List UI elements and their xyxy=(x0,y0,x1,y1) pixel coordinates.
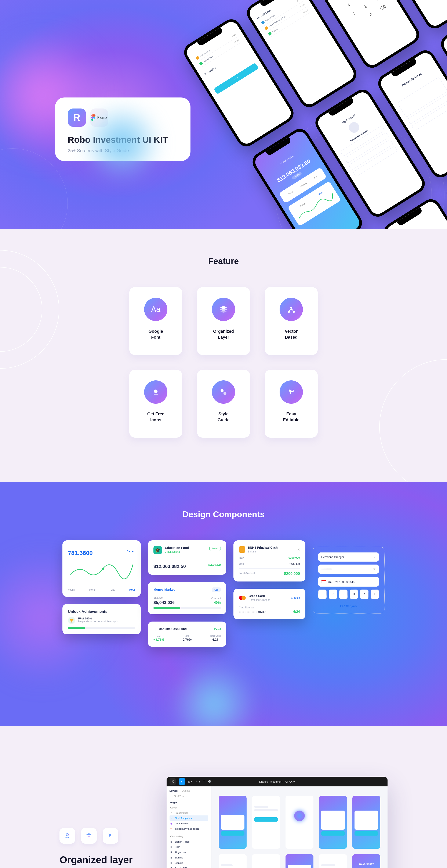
stat-value: 0.76% xyxy=(183,638,192,641)
layer-item[interactable]: Sign up xyxy=(175,862,183,864)
layer-item[interactable]: Typography and colors xyxy=(175,828,199,830)
total-value: $200,000 xyxy=(284,571,300,576)
layer-item[interactable]: Cover xyxy=(170,805,208,810)
principal-card: BNI46 Principal CashSaham✕ Nav$200,000 U… xyxy=(234,540,305,582)
chart-card: 781.3600Saham YearlyMonthDayHour xyxy=(62,540,141,597)
figma-label: Figma xyxy=(97,116,107,120)
credit-card-card: Credit CardHermione GrangerChange Card N… xyxy=(234,589,305,619)
money-market-card: Money MarketSell Balance$5,043,036Contra… xyxy=(148,582,226,614)
layer-item[interactable]: Sign in (Filled) xyxy=(175,840,191,843)
feature-card: OrganizedLayer xyxy=(197,287,250,355)
assets-tab[interactable]: Assets xyxy=(182,789,190,792)
layer-item[interactable]: Components xyxy=(175,822,188,825)
manulife-card: |||Manulife Cash FundDetail 1M+3.76%2M0.… xyxy=(148,622,226,647)
hero-card: R Figma Robo Investment UI KIT 25+ Scree… xyxy=(55,97,191,161)
trophy-icon: 🏆 xyxy=(68,617,75,624)
hero-section: R Figma Robo Investment UI KIT 25+ Scree… xyxy=(0,0,447,229)
doc-title[interactable]: Drafts / Investment – UI KX ▾ xyxy=(259,780,295,783)
svg-rect-5 xyxy=(221,389,224,392)
avatar-icon xyxy=(347,120,361,135)
layer-item[interactable]: Onboarding xyxy=(170,834,208,839)
design-title: Design Components xyxy=(0,510,447,519)
frame-tool-icon[interactable]: ⊞ ▾ xyxy=(188,780,193,783)
layer-item[interactable]: Sign up xyxy=(175,856,183,859)
password-input[interactable]: •••••••••••👁 xyxy=(318,564,379,574)
pen-tool-icon[interactable]: ✎ ▾ xyxy=(196,780,200,783)
fund-gain: $3,082.0 xyxy=(208,563,221,566)
style-icon xyxy=(212,380,235,404)
decor-circle xyxy=(0,148,68,229)
figma-logo-icon[interactable]: ⌘ xyxy=(170,778,176,785)
keypad[interactable]: 123456789.0⌫ xyxy=(330,0,397,35)
fee-label: Fee:$93,425 xyxy=(318,604,379,608)
figma-layers-panel: LayersAssets … › Final Temp… Pages Cover… xyxy=(167,786,211,868)
svg-point-2 xyxy=(293,311,295,313)
change-link[interactable]: Change xyxy=(291,596,300,599)
move-tool-icon[interactable]: ▸ xyxy=(179,778,185,785)
layers-icon xyxy=(81,828,97,844)
sparkline-icon xyxy=(68,559,135,583)
chart-tag: Saham xyxy=(127,550,135,553)
artboard[interactable]: 123456789.0⌫ xyxy=(252,854,280,868)
flag-icon xyxy=(321,580,326,583)
layers-list: Pages Cover ✓Presentation ✓Final Templat… xyxy=(170,800,208,868)
fund-icon: ||| xyxy=(153,627,157,631)
detail-button[interactable]: Detail xyxy=(209,546,221,551)
mm-contract: 40% xyxy=(211,601,221,604)
artboard[interactable] xyxy=(285,854,313,868)
layer-item[interactable]: OTP xyxy=(175,846,180,848)
name-input[interactable]: Hermione Granger✓ xyxy=(318,553,379,562)
layer-item[interactable]: Fingerprint xyxy=(175,851,186,854)
artboard[interactable] xyxy=(285,796,313,849)
artboard[interactable] xyxy=(219,796,247,849)
close-icon[interactable]: ✕ xyxy=(297,548,300,552)
check-icon: ✓ xyxy=(374,555,376,559)
feature-card: AaGoogleFont xyxy=(129,287,182,355)
education-fund-card: 🎓Education Fund3 ReksadanaDetail $12,063… xyxy=(148,540,226,575)
otp-input[interactable]: 572071 xyxy=(318,590,379,599)
stat-value: +3.76% xyxy=(153,638,164,641)
artboard[interactable]: $12,063,082.50 xyxy=(352,854,380,868)
figma-toolbar: ⌘ ▸ ⊞ ▾ ✎ ▾ T 💬 Drafts / Investment – UI… xyxy=(167,777,387,786)
phone-input[interactable]: +62 821 123 03 1143 xyxy=(318,577,379,587)
organized-title: Organized layereasy to edit xyxy=(60,854,133,868)
breadcrumb[interactable]: … › Final Temp… xyxy=(170,795,208,798)
fund-icon: 🎓 xyxy=(153,546,162,554)
feature-card: EasyEditable xyxy=(265,370,318,438)
stat-value: 4.27 xyxy=(210,638,221,641)
eye-icon[interactable]: 👁 xyxy=(373,567,376,571)
segment-control[interactable]: YearlyMonthDayHour xyxy=(68,588,135,591)
layers-tab[interactable]: Layers xyxy=(170,789,178,792)
svg-point-7 xyxy=(102,568,104,570)
detail-link[interactable]: Detail xyxy=(214,628,221,631)
cursor-icon xyxy=(280,380,303,404)
vector-icon xyxy=(280,298,303,321)
organized-section: Organized layereasy to edit ⌘ ▸ ⊞ ▾ ✎ ▾ … xyxy=(0,726,447,868)
hero-subtitle: 25+ Screens with Style Guide xyxy=(68,148,178,153)
layer-item[interactable]: Create PIN xyxy=(175,867,187,868)
artboard[interactable] xyxy=(319,796,347,849)
feature-card: StyleGuide xyxy=(197,370,250,438)
hero-title: Robo Investment UI KIT xyxy=(68,135,178,145)
text-tool-icon[interactable]: T xyxy=(203,780,205,783)
layer-item[interactable]: Presentation xyxy=(175,812,188,814)
artboard[interactable] xyxy=(219,854,247,868)
chart-value: 781.3600 xyxy=(68,550,93,557)
fund-amount: $12,063,082.50 xyxy=(153,564,186,569)
figma-canvas[interactable]: 123456789.0⌫ $12,063,082.50 homescreen +… xyxy=(211,786,387,868)
feature-card: VectorBased xyxy=(265,287,318,355)
design-section: Design Components 781.3600Saham YearlyMo… xyxy=(0,482,447,726)
mm-balance: $5,043,036 xyxy=(153,600,175,605)
artboard[interactable] xyxy=(252,796,280,849)
icons-icon xyxy=(144,380,167,404)
comment-tool-icon[interactable]: 💬 xyxy=(208,780,211,783)
artboard[interactable] xyxy=(319,854,347,868)
achievement-card: Unlock Achievements 🏆25 of 100%Suspendis… xyxy=(62,604,141,634)
card-number: •••• •••• •••• 8637 xyxy=(239,610,266,614)
sell-button[interactable]: Sell xyxy=(212,587,221,592)
artboard[interactable] xyxy=(352,796,380,849)
layer-item[interactable]: Final Templates xyxy=(175,817,192,819)
app-logo-icon: R xyxy=(68,108,86,127)
bank-icon xyxy=(239,546,245,553)
figma-icon xyxy=(91,115,96,121)
